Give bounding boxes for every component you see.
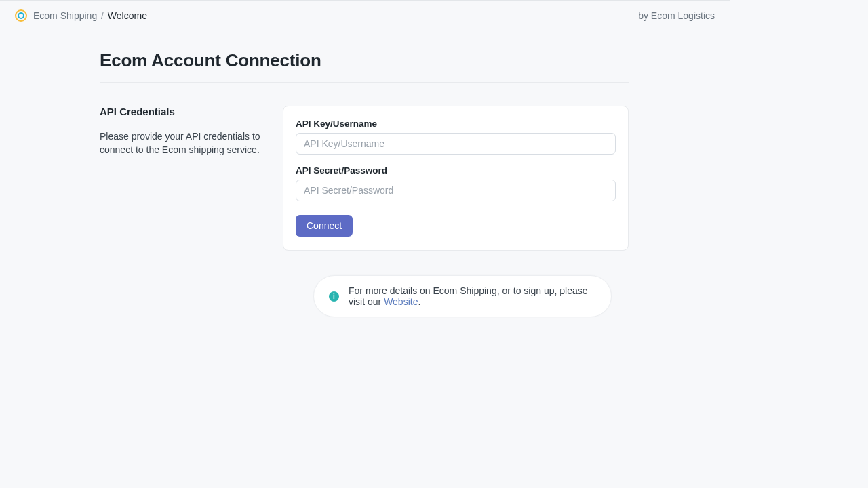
info-banner: i For more details on Ecom Shipping, or … xyxy=(313,275,612,317)
section-description: Please provide your API credentials to c… xyxy=(100,129,262,157)
info-text: For more details on Ecom Shipping, or to… xyxy=(349,285,596,307)
app-logo-icon xyxy=(15,9,27,22)
api-secret-input[interactable] xyxy=(296,180,616,201)
api-secret-label: API Secret/Password xyxy=(296,165,616,176)
title-divider xyxy=(100,82,629,83)
topbar-left: Ecom Shipping / Welcome xyxy=(15,9,638,22)
info-text-after: . xyxy=(418,296,420,307)
section-aside: API Credentials Please provide your API … xyxy=(100,106,283,251)
page-title: Ecom Account Connection xyxy=(100,50,629,71)
credentials-section: API Credentials Please provide your API … xyxy=(100,106,629,251)
api-key-label: API Key/Username xyxy=(296,119,616,129)
breadcrumb: Ecom Shipping / Welcome xyxy=(33,10,147,21)
api-key-field-group: API Key/Username xyxy=(296,119,616,155)
breadcrumb-current: Welcome xyxy=(108,10,147,21)
api-secret-field-group: API Secret/Password xyxy=(296,165,616,201)
section-heading: API Credentials xyxy=(100,106,262,117)
website-link[interactable]: Website xyxy=(384,296,418,307)
breadcrumb-app[interactable]: Ecom Shipping xyxy=(33,10,97,21)
api-key-input[interactable] xyxy=(296,133,616,155)
credentials-card: API Key/Username API Secret/Password Con… xyxy=(283,106,629,251)
connect-button[interactable]: Connect xyxy=(296,215,353,237)
topbar: Ecom Shipping / Welcome by Ecom Logistic… xyxy=(0,0,730,31)
byline: by Ecom Logistics xyxy=(638,10,715,21)
breadcrumb-separator: / xyxy=(101,10,104,21)
info-icon: i xyxy=(329,291,339,302)
page-content: Ecom Account Connection API Credentials … xyxy=(100,50,629,317)
